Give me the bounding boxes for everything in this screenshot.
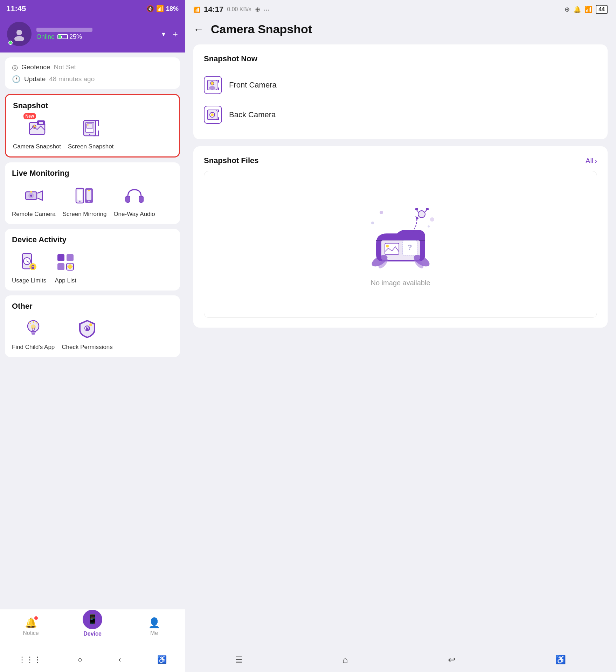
- device-activity-title: Device Activity: [12, 235, 173, 244]
- sys-assist-icon[interactable]: ♿: [157, 655, 167, 664]
- app-list-icon: [55, 251, 76, 273]
- battery-pct: 25%: [69, 33, 82, 41]
- wifi-icon-right: 📶: [584, 6, 592, 13]
- back-camera-icon-box: [204, 106, 222, 124]
- svg-point-77: [386, 245, 389, 247]
- screen-mirroring-icon-box: [72, 183, 97, 208]
- svg-rect-22: [77, 190, 82, 200]
- screen-snapshot-item[interactable]: Screen Snapshot: [68, 116, 113, 150]
- one-way-audio-item[interactable]: One-Way Audio: [113, 183, 155, 218]
- back-icon-right[interactable]: ↩: [448, 654, 456, 665]
- svg-rect-88: [415, 208, 418, 210]
- svg-point-85: [418, 211, 425, 218]
- snapshot-files-title: Snapshot Files: [204, 156, 258, 165]
- usage-limits-icon: [18, 251, 40, 273]
- all-link[interactable]: All ›: [586, 157, 597, 165]
- snapshot-files-card: Snapshot Files All ›: [193, 146, 608, 328]
- find-childs-app-icon-box: [21, 316, 46, 341]
- mute-icon: 🔇: [146, 5, 154, 13]
- sys-menu-icon[interactable]: ⋮⋮⋮: [18, 655, 41, 664]
- time-right: 14:17: [204, 5, 223, 14]
- nav-device[interactable]: 📱 Device: [78, 617, 106, 637]
- divider: [169, 28, 169, 40]
- svg-point-73: [428, 225, 430, 227]
- time-left: 11:45: [6, 4, 26, 13]
- usage-limits-icon-box: [17, 250, 41, 274]
- all-label: All: [586, 157, 593, 165]
- wifi-icon: 📶: [156, 5, 164, 13]
- svg-rect-40: [57, 263, 64, 270]
- status-right-group: ⊕ 🔔 📶 44: [565, 5, 608, 14]
- snapshot-files-header: Snapshot Files All ›: [204, 156, 597, 165]
- svg-point-70: [371, 222, 374, 224]
- geofence-value: Not Set: [54, 63, 76, 71]
- svg-point-57: [210, 82, 214, 85]
- alarm-icon: 🔔: [573, 6, 581, 13]
- svg-rect-30: [139, 196, 143, 202]
- info-card: ◎ Geofence Not Set 🕐 Update 48 minutes a…: [5, 57, 180, 89]
- svg-point-1: [14, 36, 24, 41]
- svg-rect-89: [426, 208, 429, 210]
- dots-icon: ···: [264, 6, 270, 14]
- me-icon: 👤: [148, 617, 160, 629]
- accessibility-icon[interactable]: ♿: [555, 655, 566, 665]
- sys-home-icon[interactable]: ○: [77, 655, 82, 664]
- notification-dot: [34, 616, 38, 620]
- camera-snapshot-icon-box: New: [25, 116, 49, 140]
- one-way-audio-label: One-Way Audio: [113, 211, 155, 218]
- status-icons-left: 🔇 📶 18%: [146, 5, 179, 13]
- remote-camera-label: Remote Camera: [12, 211, 56, 218]
- battery-right: 44: [596, 5, 608, 14]
- check-permissions-item[interactable]: Check Permissions: [62, 316, 113, 351]
- main-content: ◎ Geofence Not Set 🕐 Update 48 minutes a…: [0, 52, 185, 609]
- other-title: Other: [12, 302, 173, 311]
- svg-point-23: [79, 201, 81, 202]
- geofence-row: ◎ Geofence Not Set: [12, 63, 173, 71]
- nav-me[interactable]: 👤 Me: [140, 617, 168, 636]
- svg-rect-38: [57, 254, 64, 261]
- home-icon[interactable]: ⌂: [342, 654, 348, 665]
- update-label: Update: [24, 75, 46, 83]
- svg-point-71: [380, 211, 383, 214]
- bluetooth-icon: ⊕: [565, 6, 570, 13]
- screen-mirroring-icon: [74, 185, 96, 206]
- back-camera-option[interactable]: Back Camera: [204, 100, 597, 130]
- live-monitoring-grid: Remote Camera: [12, 183, 173, 218]
- svg-point-65: [211, 113, 214, 116]
- battery-left: 18%: [166, 5, 179, 13]
- status-bar-left: 11:45 🔇 📶 18%: [0, 0, 185, 18]
- bottom-nav: 🔔 Notice 📱 Device 👤 Me: [0, 609, 185, 648]
- app-list-item[interactable]: App List: [53, 250, 78, 284]
- svg-point-58: [209, 86, 215, 90]
- screen-mirroring-item[interactable]: Screen Mirroring: [63, 183, 107, 218]
- dropdown-icon[interactable]: ▾: [162, 30, 165, 38]
- camera-snapshot-item[interactable]: New Camera Snapshot: [13, 116, 61, 150]
- one-way-audio-icon-box: [122, 183, 147, 208]
- svg-marker-84: [415, 216, 419, 220]
- find-childs-app-item[interactable]: Find Child's App: [12, 316, 55, 351]
- camera-snapshot-icon: [27, 118, 48, 139]
- svg-point-49: [31, 324, 36, 329]
- header-icons: ▾ +: [162, 28, 178, 40]
- back-button[interactable]: ←: [193, 23, 204, 35]
- hamburger-icon[interactable]: ☰: [235, 655, 243, 665]
- geofence-label: Geofence: [21, 63, 50, 71]
- other-section: Other: [5, 295, 180, 357]
- remote-camera-item[interactable]: Remote Camera: [12, 183, 56, 218]
- svg-rect-39: [67, 254, 74, 261]
- screen-snapshot-icon: [80, 118, 101, 139]
- sys-back-icon[interactable]: ‹: [118, 655, 121, 664]
- new-badge: New: [23, 113, 36, 119]
- svg-point-0: [16, 30, 22, 35]
- live-monitoring-section: Live Monitoring: [5, 162, 180, 224]
- front-camera-option[interactable]: Front Camera: [204, 70, 597, 100]
- svg-point-55: [89, 323, 92, 326]
- empty-illustration: ?: [362, 202, 439, 272]
- screen-snapshot-label: Screen Snapshot: [68, 143, 113, 150]
- battery-indicator: 25%: [57, 33, 82, 41]
- nav-notice[interactable]: 🔔 Notice: [17, 617, 45, 636]
- usage-limits-item[interactable]: Usage Limits: [12, 250, 46, 284]
- chevron-right-icon: ›: [595, 157, 597, 165]
- add-icon[interactable]: +: [173, 29, 178, 40]
- me-label: Me: [150, 630, 158, 636]
